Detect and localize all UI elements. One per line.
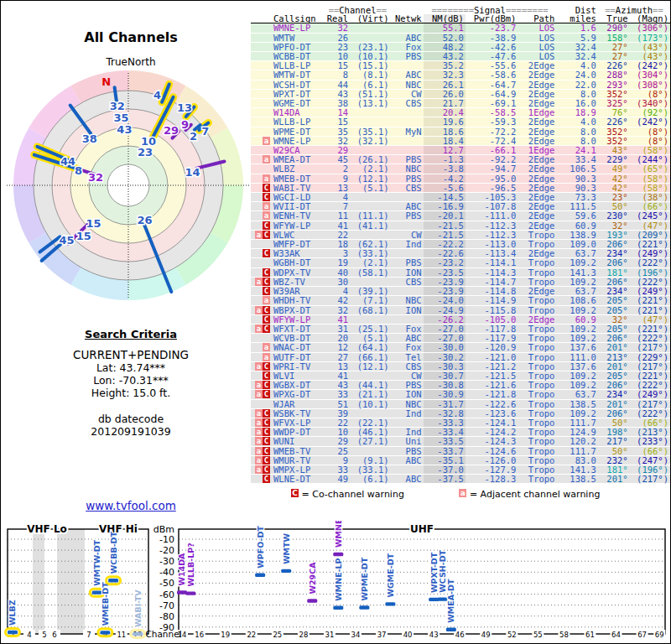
network: PBS (391, 211, 424, 221)
table-row: aCWMUR-TV9(9.1)ABC-35.1-126.0Tropo83.023… (251, 455, 670, 465)
power: -112.3 (466, 221, 518, 230)
true-azimuth: 49° (598, 164, 630, 174)
noise-margin: 12.7 (424, 146, 466, 155)
network: ABC (391, 455, 424, 465)
virtual-channel: (2.1) (350, 258, 391, 267)
true-azimuth: 50° (598, 418, 630, 427)
callsign: WMUR-TV (272, 455, 325, 465)
real-channel: 29 (325, 146, 350, 155)
noise-margin: 26.0 (424, 89, 466, 98)
magnetic-azimuth: (247°) (630, 455, 670, 465)
col-virt: (Virt) (350, 14, 391, 23)
adjacent-channel-warning-icon: a (255, 437, 263, 445)
table-row: WMTW26ABC52.0-38.9LOS5.9158°(173°) (251, 33, 670, 42)
distance: 106.5 (556, 164, 598, 174)
vhf-hi-label: VHF Hi (99, 523, 138, 535)
warn-flags: aC (251, 446, 272, 455)
true-azimuth: 76° (598, 108, 630, 117)
path: 2Edge (518, 202, 556, 211)
warn-flags: aC (251, 305, 272, 314)
magnetic-azimuth: (249°) (630, 287, 670, 296)
adjacent-channel-warning-icon: a (263, 343, 270, 351)
power: -105.3 (466, 193, 518, 202)
spoke-channel-label: 44 (60, 155, 75, 168)
datecode-value: 201209191039 (1, 425, 261, 438)
callsign: WPRI-TV (272, 361, 325, 371)
spoke-channel-label: 15 (76, 230, 91, 242)
datecode-label: db datecode (1, 413, 261, 425)
table-row: aWHDH-TV42(7.1)NBC-24.0-114.9Tropo108.62… (251, 296, 670, 305)
distance: 109.0 (556, 240, 598, 249)
co-channel-warning-icon: C (263, 390, 270, 398)
adjacent-channel-warning-icon: a (255, 465, 263, 474)
network (391, 418, 424, 427)
search-criteria-title: Search Criteria (1, 328, 261, 340)
noise-margin: -24.9 (424, 305, 466, 314)
true-azimuth: 27° (598, 42, 630, 51)
table-row: aCWMPX-LP33(33.1)-37.0-127.9Tropo141.318… (251, 465, 670, 474)
warn-flags: aC (251, 408, 272, 418)
noise-margin: -21.5 (424, 230, 466, 239)
magnetic-azimuth: (173°) (630, 33, 670, 42)
power: -58.6 (466, 70, 518, 80)
power: -117.8 (466, 324, 518, 333)
table-row: aWMNE-LP32(32.1)18.4-72.42Edge8.0352°(8°… (251, 136, 670, 145)
callsign: WABI-TV (272, 183, 325, 192)
real-channel: 4 (325, 193, 350, 202)
noise-margin: 19.6 (424, 117, 466, 127)
virtual-channel: (68.1) (350, 305, 391, 314)
warn-flags: aC (251, 324, 272, 333)
signal-marker (185, 591, 195, 595)
signal-marker (8, 631, 18, 634)
marker-callsign-label: WMNE-LP (334, 521, 343, 548)
real-channel: 22 (325, 418, 350, 427)
true-azimuth: 352° (598, 136, 630, 145)
distance: 8.0 (556, 89, 598, 98)
true-azimuth: 352° (598, 127, 630, 136)
network: Fox (391, 343, 424, 352)
spoke-channel-label: 45 (59, 234, 74, 247)
warn-flags (251, 33, 272, 42)
true-azimuth: 50° (598, 446, 630, 455)
magnetic-azimuth: (66°) (630, 202, 670, 211)
table-row: CWGCI-LD4-14.5-105.32Edge73.323°(38°) (251, 193, 670, 202)
distance: 22.0 (556, 80, 598, 89)
virtual-channel (350, 230, 391, 239)
distance: 18.9 (556, 108, 598, 117)
co-channel-warning-icon: C (263, 418, 270, 427)
virtual-channel (350, 117, 391, 127)
col-pwrdbm: Pwr(dBm) (466, 14, 518, 23)
magnetic-azimuth: (244°) (630, 155, 670, 164)
noise-margin: -33.3 (424, 418, 466, 427)
noise-margin: -30.3 (424, 361, 466, 371)
noise-margin: -33.7 (424, 446, 466, 455)
tvfool-link[interactable]: www.tvfool.com (86, 499, 176, 512)
channel-tick-label: 16 (195, 631, 204, 639)
power: -58.5 (466, 108, 518, 117)
distance: 109.2 (556, 305, 598, 314)
uhf-label: UHF (410, 523, 434, 535)
real-channel: 41 (325, 371, 350, 380)
network: CW (391, 230, 424, 239)
marker-callsign-label: WMTW (282, 532, 291, 564)
power: -96.5 (466, 183, 518, 192)
true-azimuth: 352° (598, 89, 630, 98)
network: ABC (391, 70, 424, 80)
channel-tick-label: 6 (52, 631, 56, 639)
noise-margin: -23.2 (424, 258, 466, 267)
true-azimuth: 226° (598, 117, 630, 127)
true-azimuth: 201° (598, 343, 630, 352)
real-channel: 45 (325, 155, 350, 164)
callsign: WMEB-DT (272, 174, 325, 183)
co-channel-warning-icon: C (263, 371, 270, 380)
true-azimuth: 50° (598, 202, 630, 211)
virtual-channel: (62.1) (350, 240, 391, 249)
uhf-chart-frame (179, 529, 665, 634)
distance: 24.0 (556, 70, 598, 80)
magnetic-azimuth: (58°) (630, 146, 670, 155)
real-channel: 8 (325, 70, 350, 80)
co-channel-warning-icon: C (263, 231, 270, 239)
real-channel: 14 (325, 108, 350, 117)
table-row: CWABI-TV13(5.1)CBS-5.6-96.52Edge90.342°(… (251, 183, 670, 192)
network: Uni (391, 437, 424, 446)
